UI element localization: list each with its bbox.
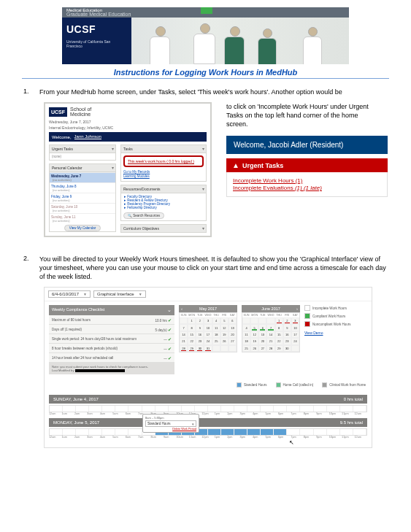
delete-work-period-link[interactable]: Delete Work Period — [145, 428, 196, 431]
calendar-cell[interactable] — [228, 345, 237, 352]
calendar-cell[interactable]: 15 — [275, 331, 283, 338]
collapse-icon[interactable]: ▾ — [112, 165, 114, 170]
calendar-cell[interactable]: 2 — [196, 317, 204, 324]
collapse-icon[interactable]: ▾ — [112, 146, 114, 151]
calendar-cell[interactable]: 9 — [196, 324, 204, 331]
calendar-day[interactable]: Friday, June 9(no activities) — [50, 193, 115, 203]
calendar-cell[interactable] — [291, 345, 299, 352]
calendar-cell[interactable]: 24 — [291, 338, 299, 344]
wc-header[interactable]: Weekly Compliance Checklist⌄ — [49, 305, 174, 315]
calendar-cell[interactable]: 4 — [242, 324, 250, 331]
calendar-cell[interactable]: 27 — [258, 345, 266, 352]
calendar-cell[interactable]: 12 — [250, 331, 258, 338]
prev-month-icon[interactable]: ‹ — [179, 307, 185, 311]
records-link[interactable]: Go to My Records — [123, 170, 204, 174]
calendar-cell[interactable]: 11 — [242, 331, 250, 338]
collapse-icon[interactable]: ▾ — [202, 186, 204, 191]
calendar-cell[interactable] — [258, 317, 266, 324]
calendar-cell[interactable]: 6 — [228, 317, 237, 324]
calendar-cell[interactable] — [242, 317, 250, 324]
calendar-cell[interactable]: 22 — [188, 338, 196, 344]
calendar-cell[interactable]: 26 — [250, 345, 258, 352]
calendar-cell[interactable]: 25 — [212, 338, 220, 344]
calendar-cell[interactable]: 31 — [204, 345, 212, 352]
timeline-sunday[interactable]: 12am1am2am3am4am5am6am7am8am9am10am11am1… — [49, 405, 367, 415]
calendar-cell[interactable]: 18 — [242, 338, 250, 344]
calendar-cell[interactable]: 16 — [283, 331, 291, 338]
calendar-cell[interactable]: 21 — [266, 338, 274, 344]
calendar-cell[interactable]: 11 — [212, 324, 220, 331]
calendar-cell[interactable]: 5 — [250, 324, 258, 331]
view-calendar-button[interactable]: View My Calendar — [64, 225, 101, 231]
calendar-day[interactable]: Sunday, June 11(no activities) — [50, 213, 115, 223]
calendar-cell[interactable]: 8 — [188, 324, 196, 331]
timeline-monday[interactable]: 8am – 5:30pm Standard Hours▾ Delete Work… — [49, 428, 367, 439]
calendar-cell[interactable]: 20 — [258, 338, 266, 344]
calendar-cell[interactable]: 3 — [204, 317, 212, 324]
calendar-cell[interactable]: 14 — [180, 331, 188, 338]
calendar-day[interactable]: Wednesday, June 7(no activities) — [50, 172, 115, 182]
calendar-day[interactable]: Saturday, June 10(no activities) — [50, 203, 115, 213]
view-demo-link[interactable]: View Demo — [304, 331, 323, 335]
calendar-cell[interactable]: 17 — [291, 331, 299, 338]
calendar-cell[interactable]: 14 — [266, 331, 274, 338]
calendar-cell[interactable]: 8 — [275, 324, 283, 331]
calendar-cell[interactable]: 20 — [228, 331, 237, 338]
calendar-cell[interactable]: 13 — [228, 324, 237, 331]
calendar-day[interactable]: Thursday, June 8(no activities) — [50, 182, 115, 193]
objectives-header[interactable]: Curriculum Objectives▾ — [120, 224, 207, 233]
calendar-cell[interactable]: 10 — [204, 324, 212, 331]
collapse-icon[interactable]: ▾ — [202, 146, 204, 151]
calendar-cell[interactable]: 7 — [266, 324, 274, 331]
calendar-cell[interactable] — [180, 317, 188, 324]
calendar-cell[interactable]: 30 — [283, 345, 291, 352]
calendar-cell[interactable]: 22 — [275, 338, 283, 344]
calendar-cell[interactable]: 25 — [242, 345, 250, 352]
calendar-cell[interactable] — [212, 345, 220, 352]
calendar-cell[interactable]: 3 — [291, 317, 299, 324]
interface-select[interactable]: Graphical Interface▼ — [93, 290, 146, 298]
calendar-cell[interactable]: 6 — [258, 324, 266, 331]
calendar-cell[interactable]: 18 — [212, 331, 220, 338]
calendar-cell[interactable]: 17 — [204, 331, 212, 338]
calendar-cell[interactable]: 19 — [220, 331, 228, 338]
calendar-cell[interactable]: 5 — [220, 317, 228, 324]
calendar-cell[interactable]: 7 — [180, 324, 188, 331]
calendar-cell[interactable]: 28 — [266, 345, 274, 352]
calendar-cell[interactable]: 29 — [188, 345, 196, 352]
calendar-cell[interactable]: 4 — [212, 317, 220, 324]
search-resources-button[interactable]: 🔍 Search Resources — [123, 212, 164, 219]
personal-calendar-header[interactable]: Personal Calendar▾ — [49, 163, 116, 172]
next-month-icon[interactable]: › — [294, 307, 300, 311]
calendar-cell[interactable] — [250, 317, 258, 324]
calendar-cell[interactable]: 9 — [283, 324, 291, 331]
resource-link[interactable]: Fellowship Directory — [124, 206, 203, 209]
calendar-cell[interactable] — [266, 317, 274, 324]
calendar-cell[interactable]: 16 — [196, 331, 204, 338]
tasks-header[interactable]: Tasks▾ — [120, 144, 207, 153]
hours-type-select[interactable]: Standard Hours▾ — [145, 420, 196, 427]
calendar-cell[interactable]: 1 — [188, 317, 196, 324]
calendar-cell[interactable]: 30 — [196, 345, 204, 352]
incomplete-work-hours-link[interactable]: Incomplete Work Hours (1) — [233, 177, 381, 184]
calendar-cell[interactable]: 13 — [258, 331, 266, 338]
incomplete-evaluations-link[interactable]: Incomplete Evaluations (1) (1 late) — [233, 185, 381, 191]
calendar-cell[interactable]: 15 — [188, 331, 196, 338]
calendar-cell[interactable]: 23 — [283, 338, 291, 344]
calendar-cell[interactable] — [220, 345, 228, 352]
calendar-cell[interactable]: 23 — [196, 338, 204, 344]
this-weeks-work-hours-link[interactable]: This week's work hours ( 0.0 hrs logged … — [128, 159, 199, 163]
calendar-cell[interactable]: 28 — [180, 345, 188, 352]
calendar-cell[interactable]: 29 — [275, 345, 283, 352]
calendar-cell[interactable]: 1 — [275, 317, 283, 324]
calendar-cell[interactable]: 26 — [220, 338, 228, 344]
calendar-cell[interactable]: 27 — [228, 338, 237, 344]
calendar-cell[interactable]: 21 — [180, 338, 188, 344]
learning-modules-link[interactable]: Learning Modules — [123, 174, 204, 178]
calendar-cell[interactable]: 2 — [283, 317, 291, 324]
calendar-cell[interactable]: 10 — [291, 324, 299, 331]
week-select[interactable]: 6/4-6/10/2017▼ — [48, 290, 91, 298]
collapse-icon[interactable]: ▾ — [202, 225, 204, 231]
collapse-icon[interactable]: ⌄ — [167, 307, 172, 313]
calendar-cell[interactable]: 12 — [220, 324, 228, 331]
